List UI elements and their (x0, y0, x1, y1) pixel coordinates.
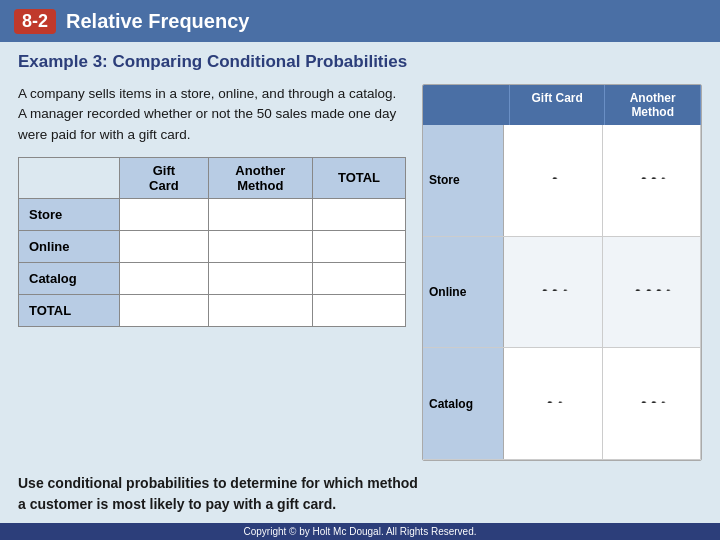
tally-label-store: Store (423, 125, 504, 236)
header-title: Relative Frequency (66, 10, 249, 33)
col-header-another-method: AnotherMethod (208, 157, 312, 198)
tally-store-gc: 𝄼𝄼 (504, 125, 602, 236)
tally-col-empty (423, 85, 510, 125)
row-label-total: TOTAL (19, 294, 120, 326)
tally-row-store: Store 𝄼𝄼 𝄼𝄼 𝄼𝄼 𝄼 (423, 125, 701, 237)
section-badge: 8-2 (14, 9, 56, 34)
tally-image: Gift Card AnotherMethod Store 𝄼𝄼 𝄼𝄼 𝄼𝄼 𝄼 (422, 84, 702, 461)
tally-row-online: Online 𝄼𝄼 𝄼𝄼 𝄼 𝄼𝄼 𝄼𝄼 𝄼𝄼 𝄼 (423, 237, 701, 349)
footer-text: Use conditional probabilities to determi… (18, 473, 702, 515)
tally-online-gc: 𝄼𝄼 𝄼𝄼 𝄼 (504, 237, 602, 348)
tally-catalog-gc: 𝄼𝄼 𝄼 (504, 348, 602, 459)
table-row: Store (19, 198, 406, 230)
cell-online-am (208, 230, 312, 262)
col-header-empty (19, 157, 120, 198)
cell-store-am (208, 198, 312, 230)
cell-catalog-gc (120, 262, 208, 294)
row-label-catalog: Catalog (19, 262, 120, 294)
left-panel: A company sells items in a store, online… (18, 84, 406, 461)
cell-total-am (208, 294, 312, 326)
cell-store-total (312, 198, 405, 230)
col-header-total: TOTAL (312, 157, 405, 198)
row-label-online: Online (19, 230, 120, 262)
table-row: Online (19, 230, 406, 262)
tally-inner: Gift Card AnotherMethod Store 𝄼𝄼 𝄼𝄼 𝄼𝄼 𝄼 (423, 85, 701, 460)
cell-store-gc (120, 198, 208, 230)
cell-online-total (312, 230, 405, 262)
tally-header: Gift Card AnotherMethod (423, 85, 701, 125)
cell-catalog-total (312, 262, 405, 294)
tally-online-am: 𝄼𝄼 𝄼𝄼 𝄼𝄼 𝄼 (603, 237, 701, 348)
description-text: A company sells items in a store, online… (18, 84, 406, 145)
cell-online-gc (120, 230, 208, 262)
main-content: A company sells items in a store, online… (18, 84, 702, 461)
tally-catalog-am: 𝄼𝄼 𝄼𝄼 𝄼 (603, 348, 701, 459)
tally-store-am: 𝄼𝄼 𝄼𝄼 𝄼 (603, 125, 701, 236)
tally-col-am: AnotherMethod (605, 85, 701, 125)
table-row: TOTAL (19, 294, 406, 326)
content-area: Example 3: Comparing Conditional Probabi… (0, 42, 720, 523)
tally-row-catalog: Catalog 𝄼𝄼 𝄼 𝄼𝄼 𝄼𝄼 𝄼 (423, 348, 701, 460)
header-bar: 8-2 Relative Frequency (0, 0, 720, 42)
cell-total-total (312, 294, 405, 326)
row-label-store: Store (19, 198, 120, 230)
tally-label-catalog: Catalog (423, 348, 504, 459)
tally-label-online: Online (423, 237, 504, 348)
col-header-gift-card: GiftCard (120, 157, 208, 198)
cell-total-gc (120, 294, 208, 326)
table-row: Catalog (19, 262, 406, 294)
copyright-bar: Copyright © by Holt Mc Dougal. All Right… (0, 523, 720, 540)
cell-catalog-am (208, 262, 312, 294)
tally-col-gc: Gift Card (510, 85, 606, 125)
example-title: Example 3: Comparing Conditional Probabi… (18, 52, 702, 72)
slide: 8-2 Relative Frequency Example 3: Compar… (0, 0, 720, 540)
data-table: GiftCard AnotherMethod TOTAL Store (18, 157, 406, 327)
